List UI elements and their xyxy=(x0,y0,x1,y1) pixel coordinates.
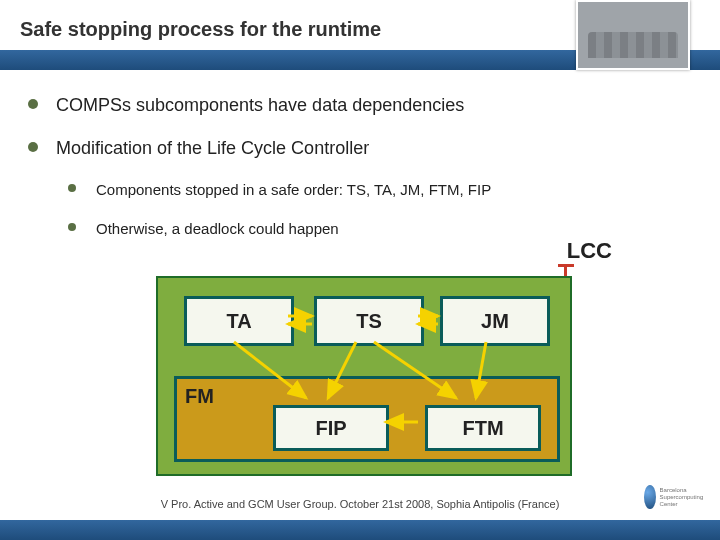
bullet-dot-icon xyxy=(68,184,76,192)
bullet-dot-icon xyxy=(68,223,76,231)
fm-label: FM xyxy=(185,385,214,408)
footer-bar xyxy=(0,520,720,540)
slide-title: Safe stopping process for the runtime xyxy=(20,18,381,41)
bullet-level1: COMPSs subcomponents have data dependenc… xyxy=(28,95,688,116)
node-ts: TS xyxy=(314,296,424,346)
bullet-level2: Components stopped in a safe order: TS, … xyxy=(68,181,688,198)
node-fm: FM FIP FTM xyxy=(174,376,560,462)
footer-logo: Barcelona Supercomputing Center xyxy=(644,480,704,514)
bullet-level1: Modification of the Life Cycle Controlle… xyxy=(28,138,688,159)
bullet-dot-icon xyxy=(28,142,38,152)
diagram-container: TA TS JM FM FIP FTM xyxy=(156,276,572,476)
footer-text: V Pro. Active and GCM User Group. Octobe… xyxy=(0,498,720,510)
bullet-level2: Otherwise, a deadlock could happen xyxy=(68,220,688,237)
node-jm: JM xyxy=(440,296,550,346)
header-image xyxy=(576,0,690,70)
bullet-text: Modification of the Life Cycle Controlle… xyxy=(56,138,369,158)
bullet-text: COMPSs subcomponents have data dependenc… xyxy=(56,95,464,115)
node-ftm: FTM xyxy=(425,405,541,451)
bullet-text: Components stopped in a safe order: TS, … xyxy=(96,181,491,198)
bullet-list: COMPSs subcomponents have data dependenc… xyxy=(28,95,688,259)
bullet-text: Otherwise, a deadlock could happen xyxy=(96,220,339,237)
node-ta: TA xyxy=(184,296,294,346)
node-fip: FIP xyxy=(273,405,389,451)
logo-text: Barcelona Supercomputing Center xyxy=(660,487,704,508)
lcc-label: LCC xyxy=(567,238,612,264)
slide: Safe stopping process for the runtime CO… xyxy=(0,0,720,540)
bullet-dot-icon xyxy=(28,99,38,109)
logo-circle-icon xyxy=(644,485,656,509)
